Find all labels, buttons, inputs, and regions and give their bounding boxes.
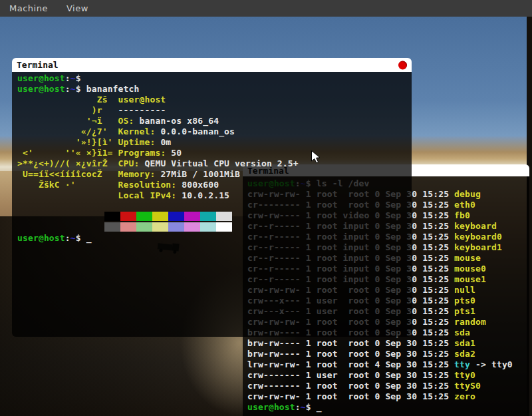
terminal-line: user@host:~$ _ bbox=[247, 402, 529, 413]
terminal-line: brw-rw---- 1 root root 0 Sep 30 15:25 sd… bbox=[247, 338, 529, 349]
terminal-text-segment: '¬ï bbox=[17, 116, 118, 126]
terminal-text-segment: user@host bbox=[17, 84, 65, 94]
terminal-text-segment: null bbox=[454, 285, 475, 295]
terminal-text-segment: zero bbox=[454, 391, 475, 401]
terminal-text-segment: -> tty0 bbox=[470, 359, 513, 369]
terminal-line: crw-rw-rw- 1 root root 0 Sep 30 15:25 ze… bbox=[247, 391, 529, 402]
color-palette-row bbox=[17, 212, 412, 222]
terminal-text-segment: crw-rw-rw- 1 root root 0 Sep 30 15:25 bbox=[247, 391, 454, 401]
terminal-text-segment: mouse1 bbox=[454, 274, 486, 284]
terminal-text-segment: )r bbox=[17, 105, 118, 115]
terminal-text-segment: $ bbox=[76, 233, 86, 243]
close-button[interactable] bbox=[398, 61, 407, 69]
terminal-line: lrw-rw-rw- 1 root root 4 Sep 30 15:25 tt… bbox=[247, 359, 529, 370]
palette-swatch bbox=[200, 212, 216, 221]
terminal1-title: Terminal bbox=[12, 60, 59, 70]
terminal1-content[interactable]: user@host:~$ user@host:~$ bananfetch Zš … bbox=[12, 72, 412, 337]
terminal-line: user@host:~$ bbox=[17, 73, 412, 84]
terminal-text-segment: 0.0.0-banan_os bbox=[160, 126, 235, 136]
terminal-text-segment: keyboard bbox=[454, 221, 497, 231]
terminal-text-segment: 10.0.2.15 bbox=[182, 190, 229, 200]
terminal-text-segment: '»!}[ì' bbox=[17, 137, 118, 147]
palette-indent bbox=[17, 222, 104, 232]
terminal-text-segment: ~ bbox=[70, 233, 76, 243]
palette-swatch bbox=[200, 222, 216, 232]
terminal-text-segment: 0m bbox=[160, 137, 171, 147]
terminal-text-segment: debug bbox=[454, 189, 481, 199]
terminal-text-segment: : bbox=[65, 73, 70, 83]
terminal-text-segment: mouse bbox=[454, 253, 481, 263]
terminal-text-segment: mouse0 bbox=[454, 264, 486, 274]
terminal-text-segment: _ bbox=[86, 233, 92, 243]
terminal-text-segment: --------- bbox=[118, 105, 166, 115]
terminal-text-segment: crw------- 1 user root 0 Sep 30 15:25 bbox=[247, 370, 454, 380]
terminal-window-1: Terminal user@host:~$ user@host:~$ banan… bbox=[12, 58, 412, 337]
terminal-text-segment: Resolution: bbox=[118, 180, 182, 190]
palette-swatch bbox=[104, 222, 120, 232]
terminal-text-segment: 50 bbox=[171, 148, 182, 158]
terminal-text-segment: fb0 bbox=[454, 210, 470, 220]
terminal-text-segment: eth0 bbox=[454, 200, 475, 210]
terminal-text-segment: ~ bbox=[70, 73, 76, 83]
terminal-text-segment: pts0 bbox=[454, 296, 475, 306]
terminal-text-segment: sda2 bbox=[454, 349, 475, 359]
palette-swatch bbox=[184, 222, 200, 232]
terminal-text-segment: bananfetch bbox=[86, 84, 140, 94]
terminal-text-segment: pts1 bbox=[454, 306, 475, 316]
terminal-text-segment: ŽškC ·' bbox=[17, 180, 118, 190]
terminal1-titlebar[interactable]: Terminal bbox=[12, 58, 412, 72]
terminal-text-segment: Uptime: bbox=[118, 137, 161, 147]
terminal-text-segment: tty0 bbox=[454, 370, 475, 380]
terminal-text-segment: $ bbox=[306, 402, 317, 412]
terminal-text-segment: keyboard0 bbox=[454, 232, 502, 242]
terminal-line: Local IPv4: 10.0.2.15 bbox=[17, 190, 412, 201]
palette-swatch bbox=[120, 222, 136, 232]
terminal-line: «/¿7' Kernel: 0.0.0-banan_os bbox=[17, 126, 412, 137]
terminal-text-segment: brw-rw---- 1 root root 0 Sep 30 15:25 bbox=[247, 349, 454, 359]
terminal-text-segment: random bbox=[454, 317, 486, 327]
menu-view[interactable]: View bbox=[57, 0, 98, 17]
terminal-line: '¬ï OS: banan-os x86_64 bbox=[17, 116, 412, 126]
terminal-line: '»!}[ì' Uptime: 0m bbox=[17, 137, 412, 148]
palette-swatch bbox=[152, 222, 168, 232]
terminal-text-segment: user@host bbox=[17, 73, 65, 83]
terminal-text-segment: : bbox=[65, 233, 70, 243]
terminal-text-segment: CPU: bbox=[118, 158, 145, 168]
terminal-line bbox=[17, 201, 412, 212]
terminal-text-segment: sda1 bbox=[454, 338, 475, 348]
terminal-text-segment: $ bbox=[76, 84, 86, 94]
vm-menubar: Machine View bbox=[0, 0, 532, 17]
terminal-text-segment: brw-rw---- 1 root root 0 Sep 30 15:25 bbox=[247, 338, 454, 348]
palette-swatch bbox=[136, 222, 152, 232]
terminal-text-segment: _ bbox=[317, 402, 322, 412]
terminal-line: brw-rw---- 1 root root 0 Sep 30 15:25 sd… bbox=[247, 349, 529, 359]
palette-swatch bbox=[168, 222, 184, 232]
terminal-text-segment: : bbox=[295, 402, 301, 412]
terminal-text-segment: crw------- 1 root root 0 Sep 30 15:25 bbox=[247, 381, 454, 391]
terminal-line: user@host:~$ bananfetch bbox=[17, 84, 412, 95]
palette-swatch bbox=[136, 212, 152, 221]
palette-swatch bbox=[152, 212, 168, 221]
terminal-line: ŽškC ·' Resolution: 800x600 bbox=[17, 180, 412, 190]
terminal-line: U==íï<<íííîcocŽ Memory: 27MiB / 1001MiB bbox=[17, 169, 412, 180]
terminal-text-segment: OS: bbox=[118, 116, 140, 126]
terminal-text-segment: <' ''« ×}ï1= bbox=[17, 148, 118, 158]
terminal-line: <' ''« ×}ï1= Programs: 50 bbox=[17, 148, 412, 158]
terminal-line: crw------- 1 user root 0 Sep 30 15:25 tt… bbox=[247, 370, 529, 381]
palette-swatch bbox=[168, 212, 184, 221]
color-palette-row bbox=[17, 222, 412, 233]
terminal-text-segment: $ bbox=[76, 73, 86, 83]
terminal-line: >**¿<+)//( ×¿vîrŽ CPU: QEMU Virtual CPU … bbox=[17, 158, 412, 169]
terminal-text-segment: U==íï<<íííîcocŽ bbox=[17, 169, 118, 179]
terminal-text-segment: Local IPv4: bbox=[118, 190, 182, 200]
vm-screen: Machine View Terminal user@host:~$ ls -l… bbox=[0, 0, 532, 416]
palette-swatch bbox=[184, 212, 200, 221]
terminal-text-segment: ttyS0 bbox=[454, 381, 481, 391]
terminal-line: )r --------- bbox=[17, 105, 412, 116]
terminal-line: user@host:~$ _ bbox=[17, 233, 412, 244]
terminal-text-segment: : bbox=[65, 84, 70, 94]
terminal-line: Zš user@host bbox=[17, 95, 412, 105]
terminal-text-segment: >**¿<+)//( ×¿vîrŽ bbox=[17, 158, 118, 168]
terminal-text-segment: user@host bbox=[17, 233, 65, 243]
menu-machine[interactable]: Machine bbox=[0, 0, 57, 17]
